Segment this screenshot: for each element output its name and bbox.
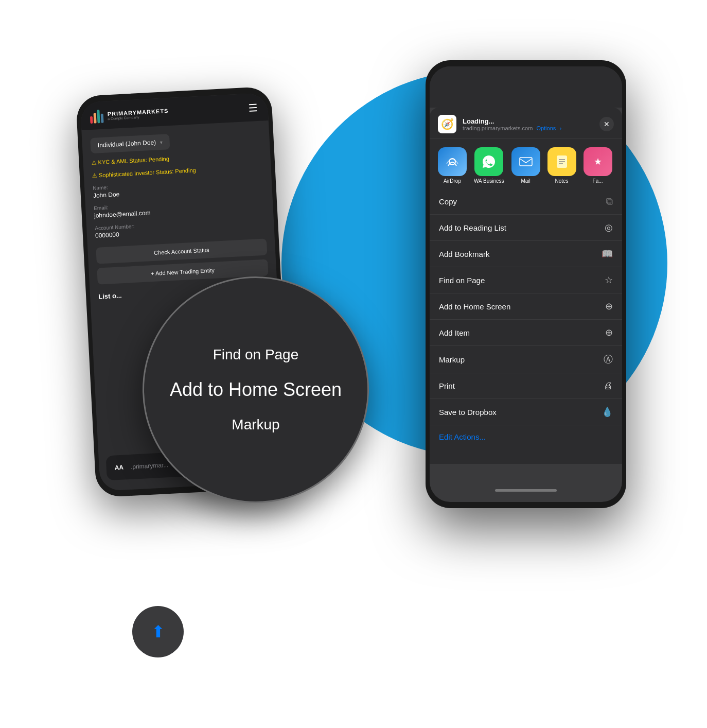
scene: PRIMARYMARKETS a Complx Company ☰ Indivi… bbox=[70, 29, 637, 699]
logo-bar-blue bbox=[101, 114, 104, 123]
save-dropbox-row[interactable]: Save to Dropbox 💧 bbox=[430, 399, 622, 425]
logo-area: PRIMARYMARKETS a Complx Company bbox=[90, 105, 169, 124]
dropbox-icon: 💧 bbox=[602, 406, 613, 418]
notes-app-icon[interactable]: Notes bbox=[547, 147, 576, 184]
save-dropbox-label: Save to Dropbox bbox=[439, 408, 497, 417]
partial-label: Fa... bbox=[593, 178, 603, 184]
find-on-page-row[interactable]: Find on Page ☆ bbox=[430, 267, 622, 293]
close-icon: ✕ bbox=[604, 120, 610, 128]
add-to-home-row[interactable]: Add to Home Screen ⊕ bbox=[430, 293, 622, 320]
logo-bar-orange bbox=[94, 113, 97, 123]
logo-bar-red bbox=[90, 116, 93, 124]
logo-text-area: PRIMARYMARKETS a Complx Company bbox=[107, 108, 169, 120]
add-bookmark-row[interactable]: Add Bookmark 📖 bbox=[430, 241, 622, 267]
investor-status-warning: ⚠ Sophisticated Investor Status: Pending bbox=[92, 164, 263, 179]
copy-label: Copy bbox=[439, 197, 457, 206]
reading-list-icon: ◎ bbox=[605, 222, 613, 233]
magnify-find-text: Find on Page bbox=[213, 346, 299, 363]
magnify-circle-overlay: Find on Page Add to Home Screen Markup bbox=[143, 276, 369, 503]
mail-app-icon[interactable]: Mail bbox=[511, 147, 540, 184]
markup-icon: Ⓐ bbox=[604, 353, 613, 366]
svg-rect-1 bbox=[520, 158, 532, 166]
front-phone: 🧭 Loading... trading.primarymarkets.com … bbox=[426, 60, 626, 508]
airdrop-icon-img bbox=[438, 147, 467, 176]
print-row[interactable]: Print 🖨 bbox=[430, 373, 622, 399]
add-to-home-icon: ⊕ bbox=[605, 301, 613, 312]
individual-dropdown[interactable]: Individual (John Doe) ▾ bbox=[90, 134, 170, 153]
share-loading-text: Loading... bbox=[463, 117, 593, 125]
share-url-info: Loading... trading.primarymarkets.com Op… bbox=[463, 117, 593, 131]
kyc-status-warning: ⚠ KYC & AML Status: Pending bbox=[91, 151, 262, 166]
magnify-markup-text: Markup bbox=[232, 417, 279, 433]
copy-icon: ⧉ bbox=[606, 196, 613, 207]
share-sheet-header: 🧭 Loading... trading.primarymarkets.com … bbox=[430, 108, 622, 139]
edit-actions-label: Edit Actions... bbox=[439, 432, 486, 441]
wa-icon-img bbox=[474, 147, 503, 176]
reading-list-row[interactable]: Add to Reading List ◎ bbox=[430, 215, 622, 241]
share-circle-overlay: ⬆ bbox=[132, 606, 184, 657]
markup-label: Markup bbox=[439, 355, 465, 364]
add-bookmark-label: Add Bookmark bbox=[439, 250, 489, 258]
dropdown-label: Individual (John Doe) bbox=[98, 138, 156, 149]
app-icons-row: AirDrop WA Business bbox=[430, 139, 622, 189]
share-circle-icon[interactable]: ⬆ bbox=[151, 622, 165, 642]
print-icon: 🖨 bbox=[604, 380, 613, 391]
airdrop-app-icon[interactable]: AirDrop bbox=[438, 147, 467, 184]
options-chevron-icon: › bbox=[559, 125, 561, 131]
partial-app-icon[interactable]: ★ Fa... bbox=[584, 147, 612, 184]
add-to-home-label: Add to Home Screen bbox=[439, 302, 510, 311]
wa-business-label: WA Business bbox=[474, 178, 504, 184]
markup-row[interactable]: Markup Ⓐ bbox=[430, 346, 622, 373]
wa-business-app-icon[interactable]: WA Business bbox=[474, 147, 504, 184]
browser-behind bbox=[430, 66, 622, 108]
add-item-row[interactable]: Add Item ⊕ bbox=[430, 320, 622, 346]
share-url-row: trading.primarymarkets.com Options › bbox=[463, 125, 593, 131]
magnify-add-to-home-text: Add to Home Screen bbox=[170, 378, 342, 401]
chevron-down-icon: ▾ bbox=[160, 139, 163, 145]
print-label: Print bbox=[439, 382, 455, 390]
front-phone-screen: 🧭 Loading... trading.primarymarkets.com … bbox=[430, 66, 622, 502]
home-indicator bbox=[495, 489, 557, 492]
airdrop-label: AirDrop bbox=[444, 178, 461, 184]
copy-row[interactable]: Copy ⧉ bbox=[430, 189, 622, 215]
notes-icon-img bbox=[547, 147, 576, 176]
find-on-page-label: Find on Page bbox=[439, 276, 485, 285]
find-icon: ☆ bbox=[605, 274, 613, 286]
bookmark-icon: 📖 bbox=[602, 248, 613, 259]
notes-label: Notes bbox=[555, 178, 568, 184]
add-item-label: Add Item bbox=[439, 328, 470, 337]
logo-bars-icon bbox=[90, 109, 103, 124]
share-close-button[interactable]: ✕ bbox=[599, 117, 614, 131]
options-button[interactable]: Options bbox=[536, 125, 556, 131]
svg-text:★: ★ bbox=[594, 157, 602, 167]
mail-label: Mail bbox=[521, 178, 530, 184]
mail-icon-img bbox=[511, 147, 540, 176]
hamburger-icon[interactable]: ☰ bbox=[248, 101, 259, 114]
aa-button[interactable]: AA bbox=[114, 464, 123, 472]
compass-icon: 🧭 bbox=[438, 115, 456, 133]
partial-icon-img: ★ bbox=[584, 147, 612, 176]
add-item-icon: ⊕ bbox=[605, 327, 613, 338]
share-url-domain: trading.primarymarkets.com bbox=[463, 125, 533, 131]
edit-actions-row[interactable]: Edit Actions... bbox=[430, 425, 622, 448]
reading-list-label: Add to Reading List bbox=[439, 223, 506, 232]
share-sheet: 🧭 Loading... trading.primarymarkets.com … bbox=[430, 108, 622, 464]
logo-bar-green bbox=[97, 110, 100, 123]
